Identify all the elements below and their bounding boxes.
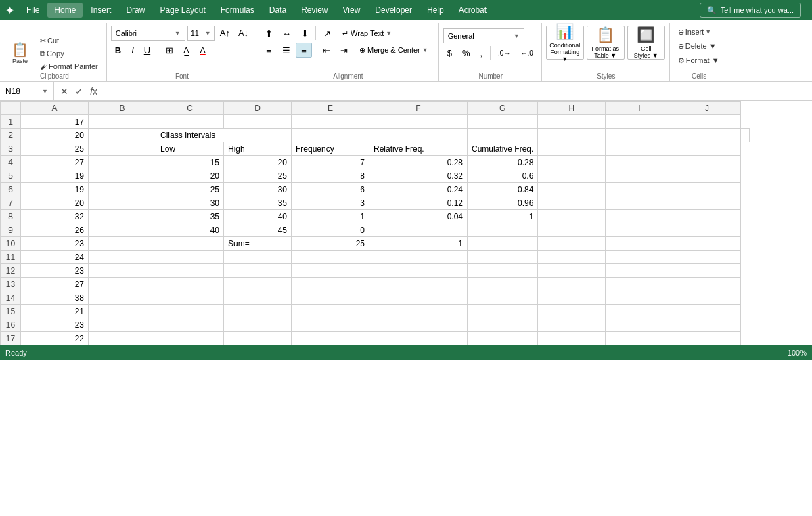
cell-C17[interactable]: [156, 332, 224, 345]
cell-B14[interactable]: [89, 291, 156, 305]
cell-G2[interactable]: [538, 129, 606, 142]
cell-E8[interactable]: 1: [292, 210, 369, 223]
cell-B9[interactable]: [89, 223, 156, 237]
cell-I2[interactable]: [673, 129, 741, 142]
col-header-h[interactable]: H: [538, 102, 606, 115]
cell-B10[interactable]: [89, 237, 156, 251]
align-middle-button[interactable]: ↔: [278, 26, 295, 41]
cell-F12[interactable]: [369, 264, 468, 278]
row-header-14[interactable]: 14: [1, 291, 21, 305]
cell-I8[interactable]: [606, 210, 673, 223]
cell-G6[interactable]: 0.84: [468, 183, 538, 196]
cell-F10[interactable]: 1: [369, 237, 468, 251]
cell-C14[interactable]: [156, 291, 224, 305]
row-header-12[interactable]: 12: [1, 264, 21, 278]
cell-E4[interactable]: 7: [292, 156, 369, 169]
cell-F2[interactable]: [468, 129, 538, 142]
cell-J2[interactable]: [741, 129, 750, 142]
col-header-a[interactable]: A: [21, 102, 89, 115]
cell-J10[interactable]: [673, 237, 741, 251]
cut-button[interactable]: ✂ Cut: [36, 35, 102, 47]
align-center-button[interactable]: ☰: [278, 43, 294, 58]
cell-A4[interactable]: 27: [21, 156, 89, 169]
font-decrease-button[interactable]: A↓: [235, 26, 252, 41]
cell-I15[interactable]: [606, 305, 673, 318]
cell-F11[interactable]: [369, 251, 468, 264]
cell-A15[interactable]: 21: [21, 305, 89, 318]
row-header-9[interactable]: 9: [1, 223, 21, 237]
cell-F7[interactable]: 0.12: [369, 196, 468, 210]
cell-D7[interactable]: 35: [224, 196, 292, 210]
menu-home[interactable]: Home: [47, 3, 83, 18]
font-color-button[interactable]: A: [196, 43, 210, 58]
cell-J14[interactable]: [673, 291, 741, 305]
cell-F3[interactable]: Relative Freq.: [369, 142, 468, 156]
cell-B16[interactable]: [89, 318, 156, 332]
cell-I10[interactable]: [606, 237, 673, 251]
cell-C15[interactable]: [156, 305, 224, 318]
cell-A13[interactable]: 27: [21, 278, 89, 291]
cell-A17[interactable]: 22: [21, 332, 89, 345]
cell-B8[interactable]: [89, 210, 156, 223]
align-top-button[interactable]: ⬆: [261, 26, 277, 41]
menu-page-layout[interactable]: Page Layout: [153, 3, 212, 18]
menu-developer[interactable]: Developer: [368, 3, 419, 18]
underline-button[interactable]: U: [140, 43, 154, 58]
cell-G15[interactable]: [468, 305, 538, 318]
cell-D3[interactable]: High: [224, 142, 292, 156]
cell-E12[interactable]: [292, 264, 369, 278]
cell-I5[interactable]: [606, 169, 673, 183]
row-header-6[interactable]: 6: [1, 183, 21, 196]
cell-G3[interactable]: Cumulative Freq.: [468, 142, 538, 156]
cell-J11[interactable]: [673, 251, 741, 264]
currency-button[interactable]: $: [443, 45, 456, 60]
font-size-dropdown[interactable]: 11 ▼: [187, 26, 215, 41]
row-header-13[interactable]: 13: [1, 278, 21, 291]
copy-button[interactable]: ⧉ Copy: [36, 47, 102, 60]
cell-H1[interactable]: [538, 115, 606, 129]
cell-I9[interactable]: [606, 223, 673, 237]
cell-G10[interactable]: [468, 237, 538, 251]
cell-D9[interactable]: 45: [224, 223, 292, 237]
cell-G1[interactable]: [468, 115, 538, 129]
cell-G11[interactable]: [468, 251, 538, 264]
cell-A5[interactable]: 19: [21, 169, 89, 183]
cell-E16[interactable]: [292, 318, 369, 332]
cell-F13[interactable]: [369, 278, 468, 291]
col-header-g[interactable]: G: [468, 102, 538, 115]
cell-reference-box[interactable]: N18 ▼: [0, 82, 54, 100]
cell-H4[interactable]: [538, 156, 606, 169]
cell-J4[interactable]: [673, 156, 741, 169]
cell-A12[interactable]: 23: [21, 264, 89, 278]
cell-C3[interactable]: Low: [156, 142, 224, 156]
cell-J13[interactable]: [673, 278, 741, 291]
cell-D4[interactable]: 20: [224, 156, 292, 169]
cell-B13[interactable]: [89, 278, 156, 291]
cell-F4[interactable]: 0.28: [369, 156, 468, 169]
cell-F9[interactable]: [369, 223, 468, 237]
cell-I6[interactable]: [606, 183, 673, 196]
cell-H6[interactable]: [538, 183, 606, 196]
row-header-8[interactable]: 8: [1, 210, 21, 223]
cell-B4[interactable]: [89, 156, 156, 169]
formula-input[interactable]: [104, 84, 812, 99]
cell-F1[interactable]: [369, 115, 468, 129]
cell-G4[interactable]: 0.28: [468, 156, 538, 169]
cell-A2[interactable]: 20: [21, 129, 89, 142]
cell-A1[interactable]: 17: [21, 115, 89, 129]
cell-C13[interactable]: [156, 278, 224, 291]
cell-I14[interactable]: [606, 291, 673, 305]
dec-increase-button[interactable]: .0→: [494, 45, 514, 60]
format-painter-button[interactable]: 🖌 Format Painter: [36, 60, 102, 72]
cell-H16[interactable]: [538, 318, 606, 332]
indent-inc-button[interactable]: ⇥: [336, 43, 352, 58]
cell-C2[interactable]: Cllass Intervals: [156, 129, 292, 142]
cell-J3[interactable]: [673, 142, 741, 156]
cell-F6[interactable]: 0.24: [369, 183, 468, 196]
cell-B2[interactable]: [89, 129, 156, 142]
cell-A9[interactable]: 26: [21, 223, 89, 237]
cell-J16[interactable]: [673, 318, 741, 332]
row-header-17[interactable]: 17: [1, 332, 21, 345]
cell-A8[interactable]: 32: [21, 210, 89, 223]
cell-D10[interactable]: Sum=: [224, 237, 292, 251]
